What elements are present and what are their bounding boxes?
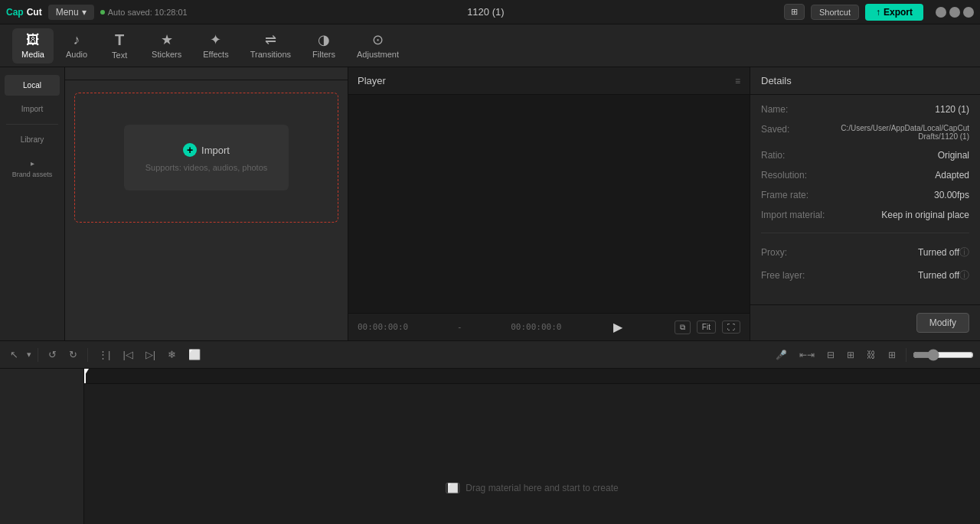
player-play-button[interactable]: ▶: [607, 320, 629, 334]
left-panel-import[interactable]: Import: [5, 99, 60, 119]
import-button[interactable]: + Import: [183, 143, 230, 157]
filters-label: Filters: [312, 50, 335, 59]
timeline-tool-link[interactable]: ⛓: [863, 347, 880, 363]
proxy-info-icon[interactable]: ⓘ: [959, 246, 969, 259]
left-panel-library[interactable]: Library: [5, 129, 60, 150]
titlebar: CapCut Menu ▾ Auto saved: 10:28:01 1120 …: [0, 0, 980, 24]
timeline-tracks-col: [0, 369, 84, 524]
timeline-ruler: [84, 369, 980, 384]
toolbar-item-adjustment[interactable]: ⊙ Adjustment: [348, 28, 408, 63]
layout-button[interactable]: ⊞: [784, 4, 805, 20]
toolbar-item-stickers[interactable]: ★ Stickers: [142, 28, 191, 63]
effects-icon: ✦: [210, 33, 221, 47]
timeline-tool-zoom-in[interactable]: ⊞: [843, 347, 858, 363]
timeline-right-tools: 🎤 ⇤⇥ ⊟ ⊞ ⛓ ⊞: [772, 347, 974, 363]
import-plus-icon: +: [183, 143, 197, 157]
main-area: Local Import Library ▸ Brand assets + Im…: [0, 67, 980, 340]
tl-sep-1: [38, 348, 38, 362]
left-panel-brand[interactable]: ▸ Brand assets: [5, 153, 60, 186]
toolbar-item-audio[interactable]: ♪ Audio: [57, 28, 96, 63]
timeline-delete-left-button[interactable]: |◁: [119, 347, 136, 363]
detail-divider: [761, 233, 969, 233]
detail-importmaterial-value: Keep in original place: [838, 210, 969, 220]
import-drop-area[interactable]: + Import Supports: videos, audios, photo…: [74, 93, 338, 223]
media-panel-header: [65, 67, 348, 80]
timeline-undo-button[interactable]: ↺: [44, 347, 60, 363]
timeline-select-tool[interactable]: ↖: [6, 347, 22, 363]
toolbar-item-text[interactable]: T Text: [100, 28, 139, 64]
detail-freelayer-value: Turned off: [838, 270, 959, 281]
detail-name-label: Name:: [761, 104, 838, 115]
left-panel-local[interactable]: Local: [5, 75, 60, 96]
detail-saved-value: C:/Users/User/AppData/Local/CapCut Draft…: [838, 124, 969, 141]
project-title: 1120 (1): [467, 6, 504, 18]
maximize-button[interactable]: [949, 7, 960, 18]
filters-icon: ◑: [318, 33, 330, 47]
timeline-zoom-slider[interactable]: [913, 349, 974, 361]
player-snapshot-button[interactable]: ⧉: [675, 321, 691, 334]
shortcut-button[interactable]: Shortcut: [811, 5, 859, 20]
detail-resolution-value: Adapted: [838, 170, 969, 181]
timeline-tool-grid[interactable]: ⊞: [884, 347, 900, 363]
menu-button[interactable]: Menu ▾: [48, 5, 94, 20]
player-timecode-total: 00:00:00:0: [511, 322, 561, 332]
export-label: Export: [884, 7, 913, 18]
toolbar-item-media[interactable]: 🖼 Media: [12, 28, 54, 63]
detail-name-row: Name: 1120 (1): [761, 104, 969, 115]
timeline-mic-button[interactable]: 🎤: [772, 347, 791, 363]
text-label: Text: [112, 50, 127, 60]
menu-arrow-icon: ▾: [82, 7, 87, 18]
timeline-redo-button[interactable]: ↻: [65, 347, 81, 363]
tl-sep-2: [87, 348, 88, 362]
minimize-button[interactable]: [936, 7, 946, 18]
timeline-body: ⬜ Drag material here and start to create: [0, 369, 980, 524]
drag-hint-icon: ⬜: [446, 483, 459, 493]
toolbar-item-effects[interactable]: ✦ Effects: [194, 28, 237, 63]
details-title: Details: [761, 75, 792, 86]
timeline-tool-zoom-out[interactable]: ⊟: [823, 347, 838, 363]
text-icon: T: [115, 32, 124, 47]
playhead[interactable]: [84, 369, 86, 383]
adjustment-label: Adjustment: [357, 50, 399, 59]
timeline-crop-button[interactable]: ⬜: [185, 347, 204, 363]
playhead-triangle-icon: [84, 369, 89, 375]
timecode-separator: -: [457, 322, 462, 332]
freelayer-info-icon[interactable]: ⓘ: [959, 269, 969, 282]
right-panel: Details Name: 1120 (1) Saved: C:/Users/U…: [750, 67, 980, 340]
stickers-icon: ★: [161, 33, 173, 47]
logo-cap: Cap: [6, 7, 24, 18]
detail-ratio-value: Original: [838, 150, 969, 161]
toolbar-item-transitions[interactable]: ⇌ Transitions: [241, 28, 300, 63]
tl-arrow-btn[interactable]: ▾: [27, 350, 31, 360]
titlebar-left: CapCut Menu ▾ Auto saved: 10:28:01: [6, 5, 188, 20]
timeline-split-button[interactable]: ⋮|: [94, 347, 114, 363]
logo-cut: Cut: [27, 7, 42, 18]
detail-proxy-label: Proxy:: [761, 247, 838, 258]
export-button[interactable]: ↑ Export: [865, 4, 923, 21]
autosave-indicator: Auto saved: 10:28:01: [100, 8, 188, 17]
timeline-freeze-button[interactable]: ❄: [164, 347, 180, 363]
import-inner-box: + Import Supports: videos, audios, photo…: [124, 125, 289, 190]
player-viewport: [348, 95, 750, 313]
details-content: Name: 1120 (1) Saved: C:/Users/User/AppD…: [750, 95, 980, 304]
modify-button[interactable]: Modify: [916, 313, 969, 333]
export-icon: ↑: [876, 7, 880, 18]
player-fullscreen-button[interactable]: ⛶: [722, 321, 740, 334]
player-panel: Player ≡ 00:00:00:0 - 00:00:00:0 ▶ ⧉ Fit…: [348, 67, 750, 340]
detail-freelayer-row: Free layer: Turned off ⓘ: [761, 269, 969, 282]
player-controls: 00:00:00:0 - 00:00:00:0 ▶ ⧉ Fit ⛶: [348, 313, 750, 340]
toolbar-item-filters[interactable]: ◑ Filters: [303, 28, 345, 63]
timeline-delete-right-button[interactable]: ▷|: [142, 347, 159, 363]
detail-ratio-label: Ratio:: [761, 150, 838, 161]
detail-resolution-row: Resolution: Adapted: [761, 170, 969, 181]
menu-label: Menu: [56, 7, 79, 18]
library-nav-label: Library: [21, 135, 44, 144]
close-button[interactable]: [963, 7, 974, 18]
timeline-tool-fit[interactable]: ⇤⇥: [795, 347, 818, 363]
detail-name-value: 1120 (1): [838, 104, 969, 115]
player-fit-button[interactable]: Fit: [697, 321, 716, 334]
player-right-controls: ⧉ Fit ⛶: [675, 321, 740, 334]
import-nav-label: Import: [21, 105, 43, 113]
tl-sep-3: [906, 348, 906, 362]
player-menu-icon[interactable]: ≡: [735, 76, 740, 86]
